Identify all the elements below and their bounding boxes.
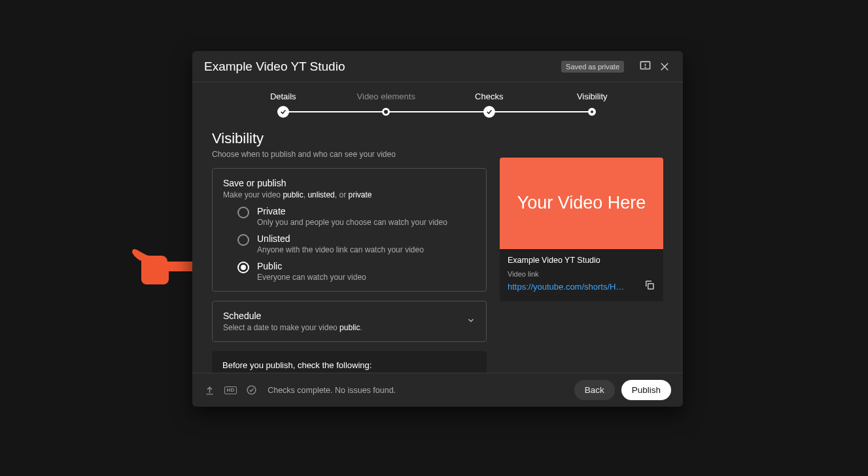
modal-footer: HD Checks complete. No issues found. Bac…	[192, 373, 683, 407]
chevron-down-icon	[466, 316, 476, 328]
hd-badge: HD	[224, 386, 237, 394]
preview-title: Example Video YT Studio	[508, 256, 655, 265]
option-label: Public	[257, 261, 366, 271]
video-link[interactable]: https://youtube.com/shorts/HK…	[508, 282, 625, 292]
section-subheading: Choose when to publish and who can see y…	[212, 150, 487, 159]
upload-status-icon	[204, 384, 215, 396]
feedback-icon[interactable]	[638, 60, 651, 73]
svg-rect-5	[648, 284, 653, 289]
option-label: Unlisted	[257, 233, 424, 244]
step-details[interactable]: Details	[232, 92, 335, 118]
save-or-publish-card: Save or publish Make your video public, …	[212, 168, 487, 292]
footer-status-text: Checks complete. No issues found.	[268, 386, 396, 395]
radio-icon	[237, 207, 249, 218]
modal-header: Example Video YT Studio Saved as private	[192, 51, 683, 82]
modal-title: Example Video YT Studio	[204, 60, 561, 74]
pointing-hand-icon	[132, 245, 194, 288]
radio-icon	[237, 234, 249, 246]
back-button[interactable]: Back	[574, 380, 615, 400]
step-label: Checks	[438, 92, 541, 101]
option-label: Private	[257, 206, 447, 216]
option-desc: Anyone with the video link can watch you…	[257, 245, 424, 254]
copy-icon[interactable]	[644, 279, 655, 294]
step-done-icon	[277, 106, 289, 118]
checks-passed-icon	[246, 384, 257, 396]
before-publish-note: Before you publish, check the following:	[212, 351, 487, 373]
step-label: Video elements	[335, 92, 438, 101]
option-desc: Everyone can watch your video	[257, 273, 366, 282]
radio-option-public[interactable]: Public Everyone can watch your video	[237, 261, 476, 282]
radio-option-private[interactable]: Private Only you and people you choose c…	[237, 206, 476, 227]
save-status-badge: Saved as private	[561, 61, 624, 73]
schedule-card[interactable]: Schedule Select a date to make your vide…	[212, 301, 487, 342]
step-checks[interactable]: Checks	[438, 92, 541, 118]
link-label: Video link	[508, 270, 655, 278]
svg-point-8	[247, 386, 256, 394]
video-preview-card: Your Video Here Example Video YT Studio …	[500, 158, 663, 301]
step-visibility[interactable]: Visibility	[541, 92, 644, 118]
upload-modal: Example Video YT Studio Saved as private…	[192, 51, 683, 407]
option-desc: Only you and people you choose can watch…	[257, 218, 447, 227]
radio-option-unlisted[interactable]: Unlisted Anyone with the video link can …	[237, 233, 476, 254]
step-pending-icon	[382, 108, 390, 116]
schedule-sub: Select a date to make your video public.	[223, 323, 362, 332]
card-title: Save or publish	[223, 178, 476, 188]
radio-icon	[237, 262, 249, 273]
stepper: Details Video elements Checks	[192, 82, 683, 125]
schedule-title: Schedule	[223, 311, 362, 321]
modal-body: Visibility Choose when to publish and wh…	[192, 125, 683, 373]
publish-button[interactable]: Publish	[621, 380, 671, 400]
card-subtitle: Make your video public, unlisted, or pri…	[223, 190, 476, 199]
step-video-elements[interactable]: Video elements	[335, 92, 438, 118]
svg-point-2	[645, 67, 646, 68]
step-done-icon	[483, 106, 495, 118]
close-icon[interactable]	[658, 60, 671, 73]
step-label: Visibility	[541, 92, 644, 101]
video-thumbnail[interactable]: Your Video Here	[500, 158, 663, 249]
step-current-icon	[588, 108, 596, 116]
section-heading: Visibility	[212, 130, 487, 147]
step-label: Details	[232, 92, 335, 101]
